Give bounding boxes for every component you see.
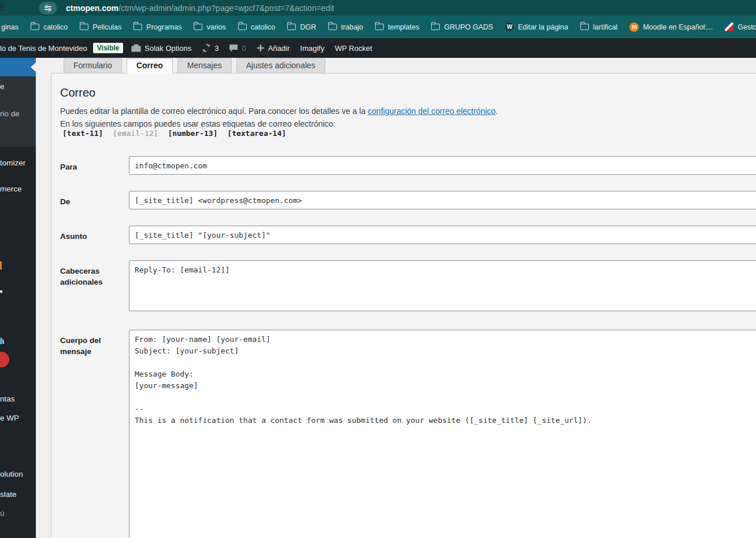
bookmark-label: varios (206, 23, 225, 31)
bookmark-moodle[interactable]: m Moodle en Español:... (629, 23, 713, 32)
tab-mensajes[interactable]: Mensajes (177, 58, 232, 73)
sidebar-item-fragment[interactable]: tomizer (0, 159, 25, 167)
field-label-cabeceras: Cabeceras adicionales (60, 266, 124, 288)
panel-title: Correo (60, 86, 95, 100)
wp-admin-bar: lo de Tenis de Montevideo Visible Solak … (0, 38, 756, 58)
panel-description: Puedes editar la plantilla de correo ele… (60, 106, 498, 116)
mail-tag-email-12: [email-12] (113, 129, 158, 138)
mail-from-input[interactable] (129, 191, 756, 209)
description-text: Puedes editar la plantilla de correo ele… (60, 106, 368, 116)
mail-tag-number-13: [number-13] (168, 129, 217, 138)
mail-subject-input[interactable] (129, 226, 756, 244)
mail-setup-link[interactable]: configuración del correo electrónico (368, 106, 495, 116)
tab-correo[interactable]: Correo (127, 58, 173, 74)
sidebar-icon-fragment (0, 338, 2, 344)
bookmark-folder-catolico-2[interactable]: catolico (238, 23, 275, 31)
bookmark-folder-lartifical[interactable]: lartifical (580, 23, 617, 31)
bookmark-label: catolico (251, 23, 275, 31)
bookmark-folder-grupo-gads[interactable]: GRUPO GADS (431, 23, 493, 31)
shield-icon (725, 23, 733, 31)
mail-additional-headers-textarea[interactable]: Reply-To: [email-12]] (129, 260, 756, 311)
bookmark-label: trabajo (341, 23, 363, 31)
briefcase-icon (131, 44, 141, 52)
notification-dot (0, 352, 9, 367)
bookmark-label: GRUPO GADS (444, 23, 493, 31)
folder-icon (80, 24, 88, 30)
adminbar-updates[interactable]: 3 (202, 43, 218, 53)
bookmark-folder-programas[interactable]: Programas (134, 23, 181, 31)
cf7-editor-tabs: Formulario Correo Mensajes Ajustes adici… (64, 58, 325, 73)
adminbar-imagify[interactable]: Imagify (300, 44, 324, 53)
bookmark-folder-trabajo[interactable]: trabajo (328, 23, 363, 31)
sidebar-item-fragment[interactable]: rio de (0, 109, 20, 118)
bookmark-label: Programas (146, 23, 181, 31)
description-text: . (495, 106, 498, 116)
tab-formulario[interactable]: Formulario (64, 58, 122, 73)
bookmark-folder-catolico[interactable]: catolico (31, 23, 68, 31)
folder-icon (194, 24, 202, 30)
url-text[interactable]: ctmopen.com/ctm/wp-admin/admin.php?page=… (66, 3, 334, 13)
bookmark-label: catolico (43, 23, 68, 31)
field-label-cuerpo: Cuerpo del mensaje (60, 335, 124, 357)
sidebar-active-menu-item[interactable] (0, 58, 36, 76)
reload-icon[interactable] (0, 3, 4, 12)
comments-count: 0 (242, 44, 246, 53)
current-menu-arrow (31, 62, 36, 72)
folder-icon (375, 24, 384, 30)
tags-intro-text: En los siguientes campos puedes usar est… (60, 119, 335, 128)
adminbar-solak-options[interactable]: Solak Options (131, 44, 191, 53)
bookmark-gestor-de-reservas[interactable]: Gestor de Reservas (725, 23, 756, 31)
sidebar-collapse-menu-fragment[interactable]: ú (0, 509, 5, 518)
bookmark-folder-templates[interactable]: templates (375, 23, 419, 31)
update-icon (202, 43, 211, 53)
bookmark-folder-dgr[interactable]: DGR (287, 23, 316, 31)
wp-admin-sidebar: e rio de tomizer merce a ntas e WP oluti… (0, 58, 36, 538)
folder-icon (238, 24, 247, 30)
moodle-icon: m (629, 23, 639, 32)
mail-tag-textarea-14: [textarea-14] (227, 129, 286, 138)
wordpress-site-icon: W (505, 23, 514, 31)
url-host: ctmopen.com (66, 3, 118, 13)
adminbar-label: Solak Options (144, 44, 191, 53)
adminbar-label: Añadir (268, 44, 290, 53)
field-label-asunto: Asunto (60, 231, 124, 242)
sidebar-item-fragment[interactable]: e WP (0, 414, 19, 422)
adminbar-wp-rocket[interactable]: WP Rocket (335, 44, 372, 53)
tab-ajustes-adicionales[interactable]: Ajustes adicionales (236, 58, 325, 73)
sidebar-item-fragment[interactable]: merce (0, 185, 22, 193)
bookmarks-bar: ginas catolico Peliculas Programas vario… (0, 16, 756, 38)
folder-icon (431, 24, 440, 30)
field-label-de: De (60, 196, 124, 207)
adminbar-add-new[interactable]: Añadir (257, 44, 290, 53)
folder-icon (134, 24, 142, 30)
sidebar-item-fragment[interactable]: ntas (0, 395, 15, 403)
sidebar-icon-fragment (0, 290, 2, 293)
adminbar-comments[interactable]: 0 (229, 44, 246, 53)
bookmark-label: Editar la página (518, 23, 568, 31)
sidebar-item-fragment[interactable]: olution (0, 470, 23, 478)
browser-address-bar[interactable]: ctmopen.com/ctm/wp-admin/admin.php?page=… (0, 0, 756, 16)
sidebar-item-fragment[interactable]: slate (0, 490, 17, 499)
folder-icon (580, 24, 589, 30)
mail-to-input[interactable] (129, 156, 756, 175)
available-mail-tags: [text-11] [email-12] [number-13] [textar… (62, 129, 291, 138)
folder-icon (31, 24, 39, 30)
bookmark-editar-la-pagina[interactable]: W Editar la página (505, 23, 568, 31)
adminbar-site-title[interactable]: lo de Tenis de Montevideo (0, 44, 87, 53)
plus-icon (257, 44, 265, 52)
mail-body-textarea[interactable]: From: [your-name] [your-email] Subject: … (129, 330, 756, 538)
bookmark-label: Gestor de Reservas (738, 23, 756, 31)
adminbar-label: WP Rocket (335, 44, 372, 53)
field-label-para: Para (60, 161, 124, 172)
updates-count: 3 (214, 44, 218, 53)
bookmark-folder-varios[interactable]: varios (194, 23, 225, 31)
folder-icon (287, 24, 296, 30)
bookmark-item-cutoff[interactable]: ginas (0, 23, 18, 31)
mail-tag-text-11: [text-11] (62, 129, 103, 138)
bookmark-folder-peliculas[interactable]: Peliculas (80, 23, 121, 31)
sidebar-icon-fragment (0, 261, 2, 270)
bookmark-label: DGR (300, 23, 316, 31)
sidebar-item-fragment[interactable]: e (0, 82, 5, 91)
bookmark-label: lartifical (593, 23, 617, 31)
site-permissions-icon[interactable] (39, 2, 57, 14)
